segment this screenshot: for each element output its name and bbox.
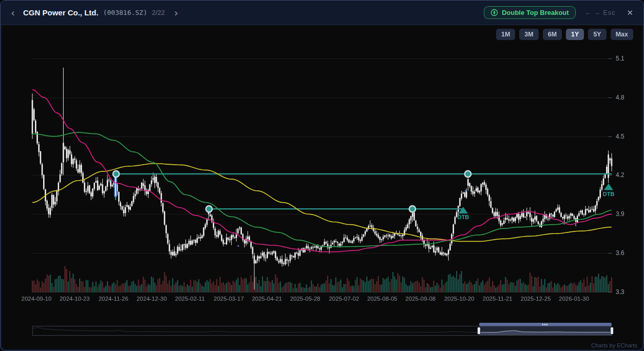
range-button-5y[interactable]: 5Y [588, 29, 606, 40]
range-button-3m[interactable]: 3M [519, 29, 538, 40]
header-bar: ‹ CGN Power Co., Ltd. (003816.SZ) 2/22 ›… [1, 1, 643, 25]
range-button-max[interactable]: Max [611, 29, 633, 40]
navigator-left-handle[interactable] [477, 327, 481, 335]
range-button-1m[interactable]: 1M [496, 29, 515, 40]
pattern-counter: 2/22 [152, 9, 165, 16]
pattern-badge-label: Double Top Breakout [502, 9, 569, 16]
navigator-drag-bar[interactable] [479, 323, 612, 326]
close-button[interactable]: ✕ [624, 7, 635, 18]
chevron-right-icon: › [174, 7, 178, 19]
app-window: ‹ CGN Power Co., Ltd. (003816.SZ) 2/22 ›… [0, 0, 644, 351]
page-title: CGN Power Co., Ltd. [23, 8, 99, 17]
pattern-badge[interactable]: Double Top Breakout [484, 6, 575, 19]
echarts-credit: Charts by ECharts [591, 342, 637, 348]
navigator-selection-window[interactable] [479, 326, 612, 335]
range-button-6m[interactable]: 6M [543, 29, 562, 40]
chevron-left-icon: ‹ [11, 7, 15, 19]
range-toolbar: 1M 3M 6M 1Y 5Y Max [496, 29, 633, 40]
price-chart-canvas[interactable] [1, 25, 644, 351]
keyboard-hints: ← → Esc [585, 9, 616, 16]
back-button[interactable]: ‹ [9, 8, 17, 18]
forward-button[interactable]: › [172, 8, 180, 18]
target-up-icon [490, 9, 498, 16]
navigator-right-handle[interactable] [610, 327, 614, 335]
ticker-symbol: (003816.SZ) [103, 9, 147, 16]
grip-icon [542, 324, 548, 325]
close-icon: ✕ [627, 8, 633, 17]
range-button-1y[interactable]: 1Y [566, 29, 584, 40]
